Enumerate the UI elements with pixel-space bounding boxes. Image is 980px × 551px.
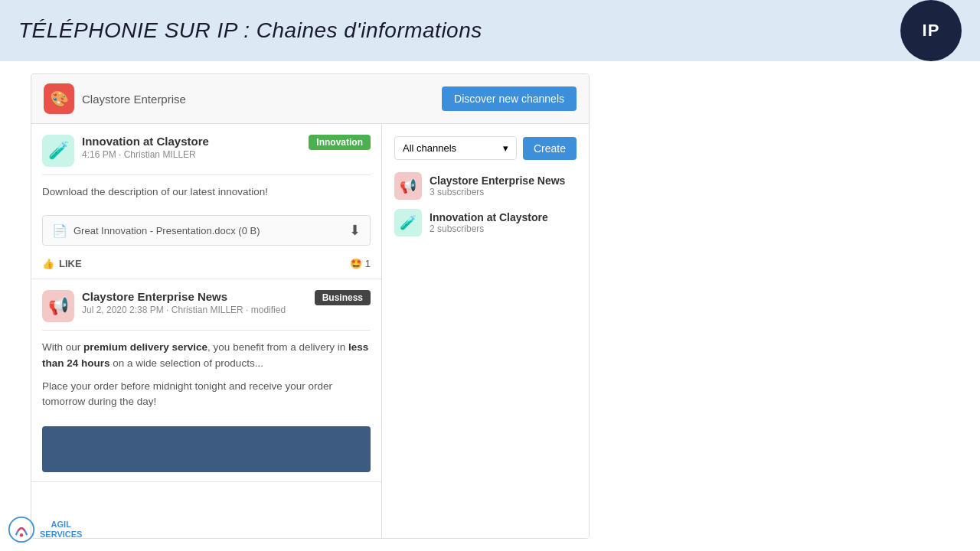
channel-name: Innovation at Claystore	[430, 211, 548, 223]
channel-subscribers: 3 subscribers	[430, 187, 565, 197]
post-title: Claystore Enterprise News	[82, 290, 307, 303]
app-icon: 🎨	[44, 83, 74, 114]
app-header-left: 🎨 Claystore Enterprise	[44, 83, 186, 114]
channel-name: Claystore Enterprise News	[430, 174, 565, 187]
agil-icon	[8, 516, 35, 543]
post-header: 📢 Claystore Enterprise News Jul 2, 2020 …	[31, 279, 381, 330]
post-body: Download the description of our latest i…	[31, 175, 381, 209]
chevron-down-icon: ▾	[503, 142, 508, 154]
post-tag: Business	[315, 290, 371, 305]
title-italic: Chaines d'informations	[256, 18, 482, 42]
right-sidebar: All channels ▾ Create 📢 Claystore Enterp…	[382, 124, 589, 539]
svg-point-0	[9, 517, 34, 542]
post-meta: Innovation at Claystore 4:16 PM · Christ…	[82, 135, 301, 160]
channel-subscribers: 2 subscribers	[430, 223, 548, 234]
like-label: LIKE	[59, 258, 82, 269]
page-title: TÉLÉPHONIE SUR IP : Chaines d'informatio…	[18, 18, 482, 43]
svg-point-1	[20, 533, 24, 537]
app-body: 🧪 Innovation at Claystore 4:16 PM · Chri…	[31, 124, 589, 539]
post-subtitle: Jul 2, 2020 2:38 PM · Christian MILLER ·…	[82, 305, 307, 315]
file-icon: 📄	[52, 223, 67, 238]
app-name: Claystore Enterprise	[82, 93, 186, 106]
post-body-content: With our premium delivery service, you b…	[42, 340, 371, 409]
channel-filter-dropdown[interactable]: All channels ▾	[394, 136, 517, 160]
channel-info: Claystore Enterprise News 3 subscribers	[430, 174, 565, 197]
thumbs-up-icon: 👍	[42, 258, 54, 269]
agil-logo: AGILSERVICES	[8, 516, 82, 543]
create-button[interactable]: Create	[523, 137, 577, 160]
post-card: 📢 Claystore Enterprise News Jul 2, 2020 …	[31, 279, 381, 482]
ip-logo: IP	[900, 0, 962, 61]
channel-item: 📢 Claystore Enterprise News 3 subscriber…	[394, 172, 577, 200]
sidebar-top: All channels ▾ Create	[394, 136, 577, 160]
page-header: TÉLÉPHONIE SUR IP : Chaines d'informatio…	[0, 0, 980, 61]
post-channel-icon: 📢	[42, 290, 74, 322]
post-subtitle: 4:16 PM · Christian MILLER	[82, 149, 301, 160]
like-button[interactable]: 👍 LIKE	[42, 258, 82, 269]
post-meta: Claystore Enterprise News Jul 2, 2020 2:…	[82, 290, 307, 315]
app-container: 🎨 Claystore Enterprise Discover new chan…	[31, 73, 590, 539]
attachment-name: Great Innovation - Presentation.docx (0 …	[74, 225, 260, 236]
reactions: 🤩 1	[350, 258, 371, 269]
post-image	[42, 426, 371, 472]
post-header: 🧪 Innovation at Claystore 4:16 PM · Chri…	[31, 124, 381, 174]
channel-item: 🧪 Innovation at Claystore 2 subscribers	[394, 209, 577, 236]
post-card: 🧪 Innovation at Claystore 4:16 PM · Chri…	[31, 124, 381, 279]
post-body-text: Download the description of our latest i…	[42, 186, 268, 197]
main-area: 🎨 Claystore Enterprise Discover new chan…	[0, 61, 980, 551]
channel-info: Innovation at Claystore 2 subscribers	[430, 211, 548, 234]
channel-icon: 📢	[394, 172, 422, 200]
feed: 🧪 Innovation at Claystore 4:16 PM · Chri…	[31, 124, 382, 539]
agil-text: AGILSERVICES	[40, 520, 82, 540]
filter-label: All channels	[403, 142, 456, 154]
title-bold: TÉLÉPHONIE SUR IP :	[18, 18, 250, 42]
attachment: 📄 Great Innovation - Presentation.docx (…	[42, 215, 371, 246]
reaction-emoji: 🤩	[350, 258, 362, 269]
post-tag: Innovation	[309, 135, 371, 150]
post-title: Innovation at Claystore	[82, 135, 301, 148]
channel-icon: 🧪	[394, 209, 422, 236]
app-header: 🎨 Claystore Enterprise Discover new chan…	[31, 74, 589, 124]
post-actions: 👍 LIKE 🤩 1	[31, 252, 381, 279]
download-icon[interactable]: ⬇	[349, 222, 361, 239]
post-channel-icon: 🧪	[42, 135, 74, 167]
attachment-left: 📄 Great Innovation - Presentation.docx (…	[52, 223, 260, 238]
channel-list: 📢 Claystore Enterprise News 3 subscriber…	[394, 172, 577, 236]
post-body: With our premium delivery service, you b…	[31, 331, 381, 426]
reaction-count: 1	[365, 258, 371, 269]
discover-channels-button[interactable]: Discover new channels	[442, 86, 577, 111]
